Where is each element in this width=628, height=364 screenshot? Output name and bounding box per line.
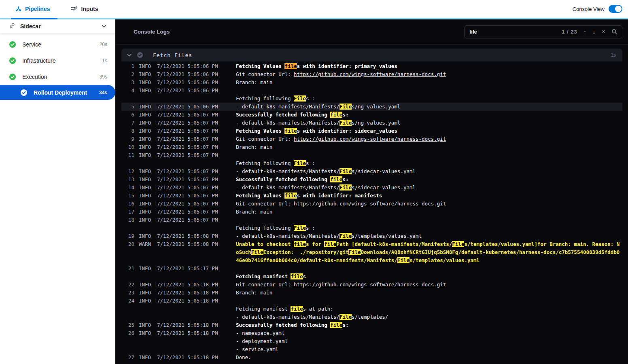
- log-line-number: 25: [121, 321, 134, 329]
- log-list: 1INFO7/12/2021 5:05:06 PMFetching Values…: [121, 61, 622, 362]
- log-line-17: 17INFO7/12/2021 5:05:07 PMBranch: main: [121, 208, 622, 216]
- success-check-icon: [9, 73, 16, 80]
- close-search-icon[interactable]: ✕: [602, 30, 605, 34]
- log-line-number: 6: [121, 111, 134, 119]
- log-line-number: 26: [121, 329, 134, 337]
- log-level: INFO: [139, 200, 157, 208]
- log-timestamp: 7/12/2021 5:05:07 PM: [157, 167, 236, 176]
- log-line-number: 4: [121, 87, 134, 95]
- log-message: Fetching Values files with identifier: p…: [236, 62, 622, 70]
- search-match: file: [291, 306, 303, 312]
- log-message: Branch: main: [236, 289, 622, 297]
- link-icon: [9, 22, 15, 30]
- log-line-number: 12: [121, 167, 134, 176]
- log-level: INFO: [139, 62, 157, 70]
- search-input[interactable]: [469, 29, 556, 35]
- log-section-title: Fetch Files: [153, 52, 192, 58]
- log-message: Done.: [236, 353, 622, 362]
- log-line-number: 17: [121, 208, 134, 216]
- step-label: Rollout Deployment: [34, 89, 87, 96]
- log-timestamp: 7/12/2021 5:05:07 PM: [157, 184, 236, 192]
- log-timestamp: 7/12/2021 5:05:08 PM: [157, 240, 236, 248]
- log-message: Git connector Url: https://github.com/wi…: [236, 281, 622, 289]
- log-line-24: 24INFO7/12/2021 5:05:18 PMFetching manif…: [121, 297, 622, 321]
- search-match: file: [291, 273, 303, 279]
- stage-sidebar: Sidecar Service20sInfrastructure1sExecut…: [0, 19, 115, 364]
- log-message: Fetching Values files with identifier: m…: [236, 192, 622, 200]
- log-timestamp: 7/12/2021 5:05:07 PM: [157, 119, 236, 127]
- console-title: Console Logs: [134, 29, 170, 35]
- search-icon[interactable]: [611, 29, 617, 35]
- log-line-9: 9INFO7/12/2021 5:05:07 PMGit connector U…: [121, 135, 622, 143]
- sidebar-step-rollout-deployment[interactable]: Rollout Deployment34s: [0, 85, 115, 100]
- log-link[interactable]: https://github.com/wings-software/harnes…: [294, 281, 446, 288]
- log-line-number: 19: [121, 232, 134, 240]
- sidebar-step-service[interactable]: Service20s: [0, 36, 115, 53]
- search-match: File: [339, 233, 352, 239]
- log-timestamp: 7/12/2021 5:05:18 PM: [157, 329, 236, 337]
- log-link[interactable]: https://github.com/wings-software/harnes…: [294, 201, 446, 207]
- tab-inputs[interactable]: Inputs: [71, 6, 98, 12]
- step-success-icon: [137, 52, 143, 58]
- success-check-icon: [9, 41, 16, 48]
- log-section-header[interactable]: Fetch Files 1s: [121, 49, 622, 61]
- log-level: INFO: [139, 281, 157, 289]
- log-line-4: 4INFO7/12/2021 5:05:06 PMFetching follow…: [121, 87, 622, 103]
- log-level: INFO: [139, 176, 157, 184]
- log-level: WARN: [139, 240, 157, 248]
- log-message: - default-k8s-manifests/Manifests/Files/…: [236, 184, 622, 192]
- tab-pipelines[interactable]: Pipelines: [15, 6, 50, 12]
- log-level: INFO: [139, 78, 157, 87]
- search-match: File: [294, 225, 306, 231]
- stage-title: Sidecar: [20, 23, 41, 30]
- log-level: INFO: [139, 167, 157, 176]
- log-timestamp: 7/12/2021 5:05:18 PM: [157, 289, 236, 297]
- search-match: File: [251, 249, 263, 255]
- previous-match-icon[interactable]: ↑: [583, 29, 587, 35]
- log-line-21: 21INFO7/12/2021 5:05:17 PMFetching manif…: [121, 265, 622, 281]
- success-check-icon: [9, 57, 16, 64]
- step-label: Service: [22, 41, 41, 48]
- log-line-number: 24: [121, 297, 134, 305]
- log-line-8: 8INFO7/12/2021 5:05:07 PMFetching Values…: [121, 127, 622, 135]
- log-search-box[interactable]: 1 / 23 ↑ ↓ ✕: [465, 25, 622, 38]
- log-message: Fetching following Files :: [236, 87, 622, 103]
- log-section-duration: 1s: [611, 52, 616, 58]
- log-line-22: 22INFO7/12/2021 5:05:18 PMGit connector …: [121, 281, 622, 289]
- log-timestamp: 7/12/2021 5:05:07 PM: [157, 143, 236, 151]
- log-level: INFO: [139, 184, 157, 192]
- log-line-number: 15: [121, 192, 134, 200]
- step-list: Service20sInfrastructure1sExecution39sRo…: [0, 33, 115, 100]
- next-match-icon[interactable]: ↓: [592, 29, 596, 35]
- search-match: File: [452, 241, 464, 247]
- console-view-toggle[interactable]: [609, 5, 622, 13]
- log-link[interactable]: https://github.com/wings-software/harnes…: [294, 71, 446, 77]
- log-line-number: 3: [121, 78, 134, 87]
- log-line-12: 12INFO7/12/2021 5:05:07 PM- default-k8s-…: [121, 167, 622, 176]
- log-line-number: 1: [121, 62, 134, 70]
- log-level: INFO: [139, 143, 157, 151]
- log-message: Successfully fetched following files:: [236, 321, 622, 329]
- log-timestamp: 7/12/2021 5:05:08 PM: [157, 232, 236, 240]
- log-link[interactable]: https://github.com/wings-software/harnes…: [294, 136, 446, 142]
- pipelines-icon: [15, 6, 21, 12]
- log-level: INFO: [139, 297, 157, 305]
- log-message: Fetching following Files :: [236, 216, 622, 232]
- log-timestamp: 7/12/2021 5:05:07 PM: [157, 111, 236, 119]
- log-timestamp: 7/12/2021 5:05:07 PM: [157, 135, 236, 143]
- log-line-3: 3INFO7/12/2021 5:05:06 PMBranch: main: [121, 78, 622, 87]
- sidebar-step-execution[interactable]: Execution39s: [0, 69, 115, 85]
- log-level: INFO: [139, 208, 157, 216]
- log-message: Branch: main: [236, 143, 622, 151]
- console-header: Console Logs 1 / 23 ↑ ↓ ✕: [115, 19, 628, 44]
- log-timestamp: 7/12/2021 5:05:06 PM: [157, 103, 236, 111]
- log-timestamp: 7/12/2021 5:05:17 PM: [157, 265, 236, 273]
- stage-header[interactable]: Sidecar: [0, 19, 115, 33]
- sidebar-step-infrastructure[interactable]: Infrastructure1s: [0, 53, 115, 69]
- collapse-chevron-icon[interactable]: [127, 54, 132, 57]
- log-message: - default-k8s-manifests/Manifests/Files/…: [236, 167, 622, 176]
- chevron-down-icon[interactable]: [102, 25, 106, 28]
- log-timestamp: 7/12/2021 5:05:06 PM: [157, 87, 236, 95]
- log-level: INFO: [139, 353, 157, 362]
- search-match: File: [294, 160, 306, 166]
